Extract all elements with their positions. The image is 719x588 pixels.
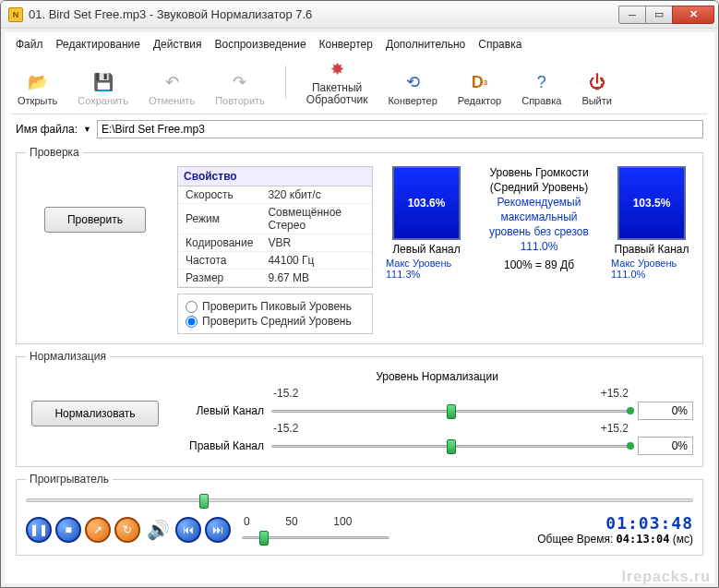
app-icon: N — [8, 7, 23, 22]
normalize-button[interactable]: Нормализовать — [31, 401, 158, 426]
repeat-button[interactable]: ↻ — [114, 517, 140, 543]
player-group: Проигрыватель ❚❚ ■ ↗ ↻ 🔊 ⏮ ⏭ 050100 — [16, 473, 703, 556]
save-icon: 💾 — [92, 71, 114, 93]
minimize-button[interactable]: ─ — [618, 6, 646, 24]
share-button[interactable]: ↗ — [85, 517, 111, 543]
toolbar: 📂 Открыть 💾 Сохранить ↶ Отменить ↷ Повто… — [12, 54, 707, 114]
maximize-button[interactable]: ▭ — [645, 6, 673, 24]
right-max-label: Макс Уровень 111.0% — [611, 258, 692, 280]
close-button[interactable]: ✕ — [672, 6, 714, 24]
check-mode-radios: Проверить Пиковый Уровень Проверить Сред… — [177, 294, 373, 334]
save-button[interactable]: 💾 Сохранить — [78, 71, 128, 106]
toolbar-separator — [285, 66, 286, 99]
normalize-legend: Нормализация — [26, 350, 110, 363]
normalize-group: Нормализация Нормализовать Уровень Норма… — [16, 350, 703, 467]
editor-icon: D3 — [469, 71, 491, 93]
filename-label: Имя файла: — [16, 123, 78, 136]
window: N 01. Bird Set Free.mp3 - Звуковой Норма… — [0, 0, 719, 588]
exit-icon: ⏻ — [586, 71, 608, 93]
window-title: 01. Bird Set Free.mp3 - Звуковой Нормали… — [29, 7, 619, 21]
batch-button[interactable]: ✸ ПакетныйОбработчик — [306, 58, 368, 106]
undo-icon: ↶ — [161, 71, 183, 93]
prev-button[interactable]: ⏮ — [175, 517, 201, 543]
right-value-input[interactable]: 0% — [638, 437, 693, 455]
left-slider[interactable] — [271, 402, 630, 420]
menu-edit[interactable]: Редактирование — [56, 38, 140, 51]
chevron-down-icon[interactable]: ▼ — [83, 125, 91, 134]
menu-extra[interactable]: Дополнительно — [386, 38, 465, 51]
left-slider-label: Левый Канал — [181, 404, 264, 417]
left-max-label: Макс Уровень 111.3% — [386, 258, 467, 280]
menu-help[interactable]: Справка — [478, 38, 521, 51]
menubar: Файл Редактирование Действия Воспроизвед… — [12, 36, 707, 54]
exit-button[interactable]: ⏻ Выйти — [581, 71, 612, 106]
editor-button[interactable]: D3 Редактор — [458, 71, 501, 106]
check-legend: Проверка — [26, 146, 83, 159]
radio-peak[interactable]: Проверить Пиковый Уровень — [186, 299, 365, 314]
menu-actions[interactable]: Действия — [153, 38, 202, 51]
help-icon: ? — [531, 71, 553, 93]
volume-info: Уровень Громкости (Средний Уровень) Реко… — [474, 166, 604, 273]
undo-button[interactable]: ↶ Отменить — [149, 71, 195, 106]
right-slider-label: Правый Канал — [181, 439, 264, 452]
left-value-input[interactable]: 0% — [638, 402, 693, 420]
help-button[interactable]: ? Справка — [521, 71, 561, 106]
right-meter: 103.5% — [617, 166, 686, 240]
next-button[interactable]: ⏭ — [205, 517, 231, 543]
menu-converter[interactable]: Конвертер — [319, 38, 373, 51]
volume-slider[interactable] — [242, 528, 389, 545]
volume-section: 050100 — [242, 515, 389, 545]
redo-icon: ↷ — [229, 71, 251, 93]
stop-button[interactable]: ■ — [55, 517, 81, 543]
filename-input[interactable]: E:\Bird Set Free.mp3 — [97, 120, 703, 138]
time-display: 01:03:48 Общее Время: 04:13:04 (мс) — [537, 513, 693, 546]
radio-avg[interactable]: Проверить Средний Уровень — [186, 314, 365, 329]
right-channel-label: Правый Канал — [615, 243, 689, 256]
menu-playback[interactable]: Воспроизведение — [215, 38, 306, 51]
left-meter: 103.6% — [392, 166, 461, 240]
batch-icon: ✸ — [326, 58, 348, 80]
titlebar: N 01. Bird Set Free.mp3 - Звуковой Норма… — [1, 1, 718, 29]
right-slider[interactable] — [271, 437, 630, 455]
filename-row: Имя файла: ▼ E:\Bird Set Free.mp3 — [12, 114, 707, 144]
properties-table: Свойство Скорость320 кбит/с РежимСовмещё… — [177, 166, 373, 288]
menu-file[interactable]: Файл — [16, 38, 43, 51]
folder-open-icon: 📂 — [27, 71, 49, 93]
check-group: Проверка Проверить Свойство Скорость320 … — [16, 146, 703, 344]
player-legend: Проигрыватель — [26, 473, 113, 486]
progress-slider[interactable] — [26, 493, 693, 508]
converter-button[interactable]: ⟲ Конвертер — [388, 71, 437, 106]
speaker-icon: 🔊 — [144, 517, 172, 543]
check-button[interactable]: Проверить — [44, 207, 146, 233]
pause-button[interactable]: ❚❚ — [26, 517, 52, 543]
left-channel-label: Левый Канал — [392, 243, 461, 256]
redo-button[interactable]: ↷ Повторить — [215, 71, 265, 106]
watermark: lrepacks.ru — [622, 569, 711, 585]
open-button[interactable]: 📂 Открыть — [18, 71, 57, 106]
converter-icon: ⟲ — [401, 71, 424, 93]
